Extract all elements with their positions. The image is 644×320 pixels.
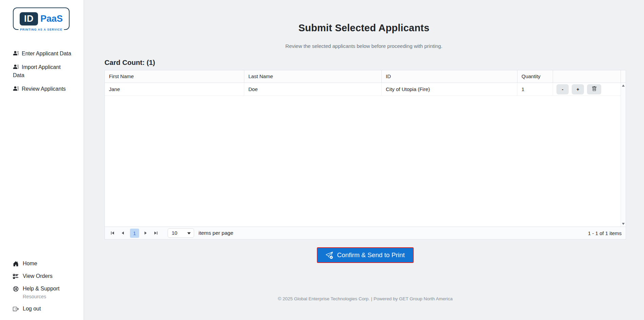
content-area: Card Count: (1) First Name Last Name ID … [105,58,626,301]
person-lines-icon [13,86,19,91]
send-check-icon [326,252,333,259]
logo-paas-text: PaaS [40,14,63,24]
sidebar-item-home[interactable]: Home [13,261,79,267]
sidebar-item-resources[interactable]: Resources [23,294,79,299]
sidebar-item-help-support-group: Help & Support [13,286,79,292]
sidebar-item-enter-applicant-data[interactable]: Enter Applicant Data [13,50,71,58]
sidebar-item-review-applicants[interactable]: Review Applicants [13,85,71,93]
logo-tagline: PRINTING AS A SERVICE [18,28,64,31]
last-page-button[interactable] [152,229,159,237]
cell-id: City of Utopia (Fire) [381,83,517,95]
sidebar-item-label: Enter Applicant Data [22,51,71,56]
sidebar-item-label: Help & Support [23,286,60,292]
chevron-down-icon [187,232,191,234]
sidebar-nav-top: Enter Applicant Data Import Applicant Da… [13,50,79,93]
scrollbar-up-icon[interactable] [622,85,625,87]
column-header-last-name: Last Name [244,70,381,83]
table-header-row: First Name Last Name ID Quantity [105,70,626,83]
column-header-first-name: First Name [105,70,244,83]
main-content: Submit Selected Applicants Review the se… [84,0,644,320]
items-per-page-label: items per page [198,230,233,236]
column-header-actions [553,70,621,83]
cell-quantity: 1 [517,83,553,95]
card-count-label: Card Count: (1) [105,58,626,67]
cell-first-name: Jane [105,83,244,95]
page-size-value: 10 [172,230,177,236]
sidebar-item-label: Import Applicant Data [13,64,61,78]
table-vertical-scrollbar[interactable] [621,83,626,227]
column-header-id: ID [381,70,517,83]
home-icon [13,261,19,267]
sidebar-nav-bottom: Home View Orders Help & Support Resource… [13,261,79,313]
trash-icon [592,86,597,92]
sidebar-item-import-applicant-data[interactable]: Import Applicant Data [13,63,71,79]
applicants-table: First Name Last Name ID Quantity Jane Do… [105,70,626,239]
increase-quantity-button[interactable]: + [572,84,584,94]
cell-actions: - + [553,83,621,95]
sidebar-item-view-orders[interactable]: View Orders [13,273,79,279]
table-body: Jane Doe City of Utopia (Fire) 1 - + [105,83,626,227]
person-lines-icon [13,50,19,56]
confirm-button-container: Confirm & Send to Print [105,247,626,263]
orders-checklist-icon [13,273,19,279]
sidebar-item-label: Home [23,261,37,267]
sidebar-item-help-support[interactable]: Help & Support [13,286,79,292]
person-lines-icon [13,64,19,70]
confirm-button-label: Confirm & Send to Print [337,251,405,259]
logout-icon [13,306,19,312]
pager-range-label: 1 - 1 of 1 items [588,230,622,236]
sidebar-item-label: Review Applicants [22,86,66,92]
sidebar-item-logout[interactable]: Log out [13,306,79,312]
decrease-quantity-button[interactable]: - [556,84,569,94]
current-page-button[interactable]: 1 [130,229,139,238]
page-size-select[interactable]: 10 [168,228,194,238]
logo-id-badge: ID [20,12,38,25]
app-logo: ID PaaS PRINTING AS A SERVICE [13,7,70,30]
delete-row-button[interactable] [587,84,601,94]
sidebar-item-label: View Orders [23,273,53,279]
cell-last-name: Doe [244,83,381,95]
scrollbar-down-icon[interactable] [622,223,625,225]
life-preserver-icon [13,286,19,292]
column-header-quantity: Quantity [517,70,553,83]
next-page-button[interactable] [142,229,149,237]
table-row: Jane Doe City of Utopia (Fire) 1 - + [105,83,621,96]
sidebar: ID PaaS PRINTING AS A SERVICE Enter Appl… [0,0,84,320]
confirm-send-to-print-button[interactable]: Confirm & Send to Print [317,247,414,263]
scrollbar-header-filler [621,70,626,83]
previous-page-button[interactable] [119,229,127,237]
sidebar-item-label: Log out [23,306,41,312]
first-page-button[interactable] [109,229,116,237]
page-title: Submit Selected Applicants [84,22,644,34]
table-pager: 1 10 items per page 1 - 1 of 1 items [105,227,626,239]
page-subtitle: Review the selected applicants below bef… [84,43,644,49]
footer-text: © 2025 Global Enterprise Technologies Co… [105,296,626,301]
